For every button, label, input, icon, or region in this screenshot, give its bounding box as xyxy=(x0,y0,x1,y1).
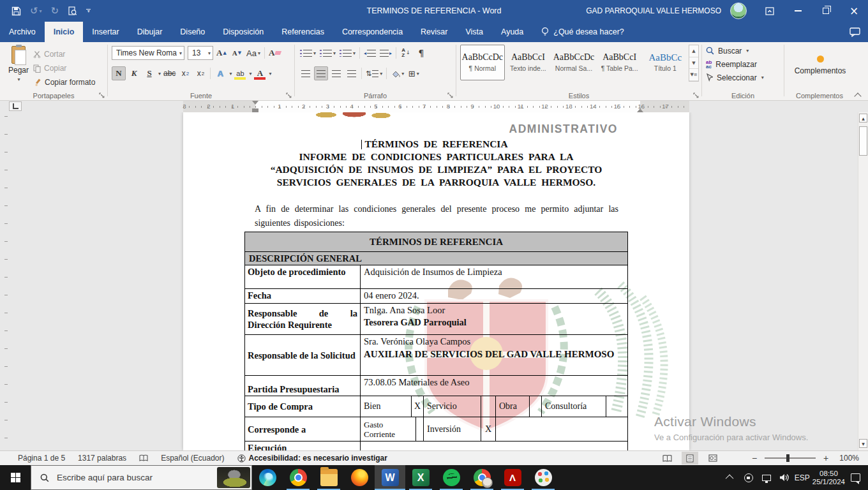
decrease-indent-button[interactable]: ◂ xyxy=(363,46,377,60)
taskbar-icon-chrome[interactable] xyxy=(283,465,313,490)
minimize-button[interactable] xyxy=(784,0,812,22)
sort-button[interactable]: AZ↓ xyxy=(399,46,413,60)
meet-now-icon[interactable] xyxy=(741,465,756,490)
styles-scroll-down[interactable]: ▼ xyxy=(689,57,698,70)
taskbar-icon-file-explorer[interactable] xyxy=(313,465,344,490)
taskbar-icon-word[interactable] xyxy=(375,465,405,490)
taskbar-icon-spotify[interactable] xyxy=(436,465,467,490)
bullets-button[interactable]: ▾ xyxy=(299,46,317,60)
text-effects-button[interactable]: A xyxy=(213,66,227,80)
taskbar-icon-chrome-profile[interactable] xyxy=(467,465,497,490)
feedback-icon[interactable] xyxy=(849,27,860,37)
find-button[interactable]: Buscar▾ xyxy=(706,44,781,57)
zoom-out-button[interactable]: − xyxy=(751,453,758,463)
taskbar-icon-excel[interactable] xyxy=(405,465,436,490)
network-icon[interactable] xyxy=(759,465,774,490)
replace-button[interactable]: abac Reemplazar xyxy=(706,57,781,71)
account-name[interactable]: GAD PARROQUIAL VALLE HERMOSO xyxy=(586,6,721,15)
tab-dibujar[interactable]: Dibujar xyxy=(128,22,172,42)
format-painter-button[interactable]: Copiar formato xyxy=(33,75,95,89)
paragraph-dialog-launcher[interactable] xyxy=(446,91,454,99)
copy-button[interactable]: Copiar xyxy=(33,61,95,75)
style-normal[interactable]: AaBbCcDc ¶ Normal xyxy=(460,45,505,80)
horizontal-ruler[interactable]: 3211234567891011121314151617 xyxy=(183,101,689,112)
shrink-font-button[interactable]: A▼ xyxy=(230,46,244,60)
subscript-button[interactable]: x2 xyxy=(178,66,192,80)
volume-icon[interactable] xyxy=(777,465,792,490)
style-table-paragraph[interactable]: AaBbCcI ¶ Table Pa... xyxy=(597,45,642,80)
language-indicator[interactable]: Español (Ecuador) xyxy=(161,454,224,463)
restore-button[interactable] xyxy=(812,0,840,22)
taskbar-icon-acrobat[interactable] xyxy=(497,465,528,490)
tab-vista[interactable]: Vista xyxy=(456,22,492,42)
underline-button[interactable]: S xyxy=(142,66,156,80)
zoom-in-button[interactable]: + xyxy=(822,453,830,463)
align-right-button[interactable] xyxy=(329,66,343,80)
change-case-button[interactable]: Aa▾ xyxy=(245,46,262,60)
line-spacing-button[interactable]: ⇅▾ xyxy=(364,66,384,80)
print-preview-button[interactable] xyxy=(68,6,77,16)
justify-button[interactable] xyxy=(345,66,359,80)
font-name-combobox[interactable]: Times New Roma ▾ xyxy=(112,46,184,60)
scroll-up-button[interactable]: ▲ xyxy=(859,114,867,122)
undo-button[interactable]: ↺▾ xyxy=(30,5,42,17)
italic-button[interactable]: K xyxy=(127,66,141,80)
style-texto-independiente[interactable]: AaBbCcI Texto inde... xyxy=(506,45,551,80)
font-dialog-launcher[interactable] xyxy=(285,91,292,99)
styles-dialog-launcher[interactable] xyxy=(692,91,700,99)
customize-qat-button[interactable]: ▾ xyxy=(86,9,91,13)
tab-inicio[interactable]: Inicio xyxy=(45,22,84,42)
clipboard-dialog-launcher[interactable] xyxy=(98,91,105,99)
taskbar-icon-firefox[interactable] xyxy=(344,465,375,490)
word-count[interactable]: 1317 palabras xyxy=(78,454,126,463)
style-normal-sangria[interactable]: AaBbCcDc Normal Sa... xyxy=(551,45,596,80)
grow-font-button[interactable]: A▲ xyxy=(214,46,228,60)
increase-indent-button[interactable]: ▸ xyxy=(378,46,393,60)
bold-button[interactable]: N xyxy=(112,66,126,80)
page-indicator[interactable]: Página 1 de 5 xyxy=(18,454,65,463)
vertical-scrollbar[interactable]: ▲ ▼ xyxy=(858,112,868,450)
clock[interactable]: 08:5025/1/2024 xyxy=(812,465,845,490)
close-button[interactable]: × xyxy=(840,0,868,22)
tab-stop-selector[interactable] xyxy=(9,101,22,111)
align-center-button[interactable] xyxy=(314,66,328,80)
tray-chevron-up-icon[interactable] xyxy=(723,465,738,490)
tab-archivo[interactable]: Archivo xyxy=(0,22,45,42)
taskbar-icon-paint-3d[interactable] xyxy=(528,465,558,490)
scrollbar-thumb[interactable] xyxy=(859,126,867,156)
tab-insertar[interactable]: Insertar xyxy=(83,22,128,42)
keyboard-language[interactable]: ESP xyxy=(795,465,810,490)
zoom-level[interactable]: 100% xyxy=(836,454,859,463)
ribbon-display-options-button[interactable] xyxy=(756,0,784,22)
vertical-ruler[interactable] xyxy=(3,116,9,445)
align-left-button[interactable] xyxy=(299,66,313,80)
account-avatar[interactable] xyxy=(730,3,747,19)
tab-referencias[interactable]: Referencias xyxy=(273,22,333,42)
font-size-combobox[interactable]: 13 ▾ xyxy=(188,46,213,60)
scroll-down-button[interactable]: ▼ xyxy=(859,439,867,448)
highlight-button[interactable]: ab xyxy=(233,66,247,80)
tab-diseno[interactable]: Diseño xyxy=(171,22,214,42)
clear-formatting-button[interactable]: A xyxy=(267,46,282,60)
tab-revisar[interactable]: Revisar xyxy=(412,22,456,42)
superscript-button[interactable]: x2 xyxy=(193,66,207,80)
start-button[interactable] xyxy=(0,465,31,490)
borders-button[interactable]: ⊞▾ xyxy=(407,66,421,80)
styles-scroll-up[interactable]: ▲ xyxy=(689,45,698,57)
multilevel-list-button[interactable]: ▾ xyxy=(338,46,357,60)
zoom-slider-thumb[interactable] xyxy=(786,454,789,462)
search-input[interactable] xyxy=(56,472,202,483)
tab-ayuda[interactable]: Ayuda xyxy=(492,22,532,42)
font-color-button[interactable]: A xyxy=(253,66,267,80)
zoom-slider[interactable] xyxy=(765,457,816,459)
tell-me-box[interactable]: ¿Qué desea hacer? xyxy=(532,22,633,42)
tab-correspondencia[interactable]: Correspondencia xyxy=(333,22,412,42)
proofing-icon[interactable] xyxy=(139,454,148,462)
styles-gallery-more[interactable]: ▼≡ xyxy=(689,69,698,81)
select-button[interactable]: Seleccionar▾ xyxy=(706,71,781,84)
cut-button[interactable]: Cortar xyxy=(33,47,95,61)
web-layout-button[interactable] xyxy=(705,452,721,464)
action-center-icon[interactable] xyxy=(848,465,863,490)
addins-button[interactable]: Complementos xyxy=(794,45,846,85)
print-layout-button[interactable] xyxy=(682,452,698,464)
